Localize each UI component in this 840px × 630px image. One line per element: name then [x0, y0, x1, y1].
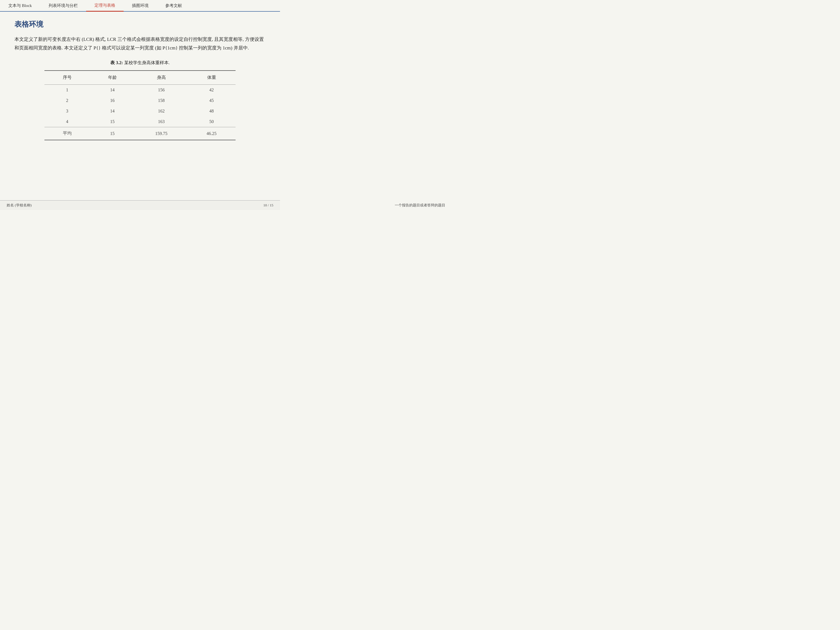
table-cell-2-2: 162 — [135, 106, 188, 116]
table-cell-3-0: 4 — [44, 116, 90, 127]
table-footer-cell-2: 159.75 — [135, 127, 188, 140]
table-footer-cell-3: 46.25 — [188, 127, 235, 140]
table-row: 11415642 — [44, 85, 235, 96]
table-footer-row: 平均15159.7546.25 — [44, 127, 235, 140]
table-cell-0-3: 42 — [188, 85, 235, 96]
footer-right: 10 / 15 — [263, 203, 273, 207]
page-title: 表格环境 — [14, 19, 265, 29]
col-header-2: 身高 — [135, 71, 188, 85]
table-cell-0-2: 156 — [135, 85, 188, 96]
table-cell-2-3: 48 — [188, 106, 235, 116]
col-header-1: 年龄 — [90, 71, 135, 85]
footer-left: 姓名 (学校名称) — [7, 203, 32, 208]
data-table: 序号 年龄 身高 体重 1141564221615845314162484151… — [44, 70, 235, 140]
table-row: 31416248 — [44, 106, 235, 116]
table-cell-1-1: 16 — [90, 95, 135, 106]
body-text: 本文定义了新的可变长度左中右 (LCR) 格式, LCR 三个格式会根据表格宽度… — [14, 35, 265, 52]
table-cell-3-1: 15 — [90, 116, 135, 127]
table-row: 21615845 — [44, 95, 235, 106]
col-header-3: 体重 — [188, 71, 235, 85]
nav-item-wenben[interactable]: 文本与 Block — [0, 0, 40, 11]
main-content: 表格环境 本文定义了新的可变长度左中右 (LCR) 格式, LCR 三个格式会根… — [0, 12, 280, 200]
table-caption-text: 某校学生身高体重样本. — [124, 60, 170, 65]
nav-item-cankao[interactable]: 参考文献 — [157, 0, 190, 11]
table-caption: 表 3.2: 某校学生身高体重样本. — [110, 60, 169, 66]
table-cell-0-0: 1 — [44, 85, 90, 96]
table-cell-1-0: 2 — [44, 95, 90, 106]
table-cell-3-3: 50 — [188, 116, 235, 127]
table-cell-1-3: 45 — [188, 95, 235, 106]
table-cell-1-2: 158 — [135, 95, 188, 106]
table-cell-0-1: 14 — [90, 85, 135, 96]
table-section: 表 3.2: 某校学生身高体重样本. 序号 年龄 身高 体重 114156422… — [14, 60, 265, 140]
table-row: 41516350 — [44, 116, 235, 127]
col-header-0: 序号 — [44, 71, 90, 85]
footer: 姓名 (学校名称) 一个报告的题目或者答辩的题目 10 / 15 — [0, 200, 280, 210]
table-cell-3-2: 163 — [135, 116, 188, 127]
table-cell-2-1: 14 — [90, 106, 135, 116]
table-header-row: 序号 年龄 身高 体重 — [44, 71, 235, 85]
nav-item-chatu[interactable]: 插图环境 — [124, 0, 157, 11]
table-cell-2-0: 3 — [44, 106, 90, 116]
table-caption-prefix: 表 3.2: — [110, 60, 123, 65]
navbar: 文本与 Block 列表环境与分栏 定理与表格 插图环境 参考文献 — [0, 0, 280, 12]
nav-item-liebiao[interactable]: 列表环境与分栏 — [40, 0, 86, 11]
table-footer-cell-1: 15 — [90, 127, 135, 140]
nav-item-dingli[interactable]: 定理与表格 — [86, 0, 124, 12]
table-footer-cell-0: 平均 — [44, 127, 90, 140]
